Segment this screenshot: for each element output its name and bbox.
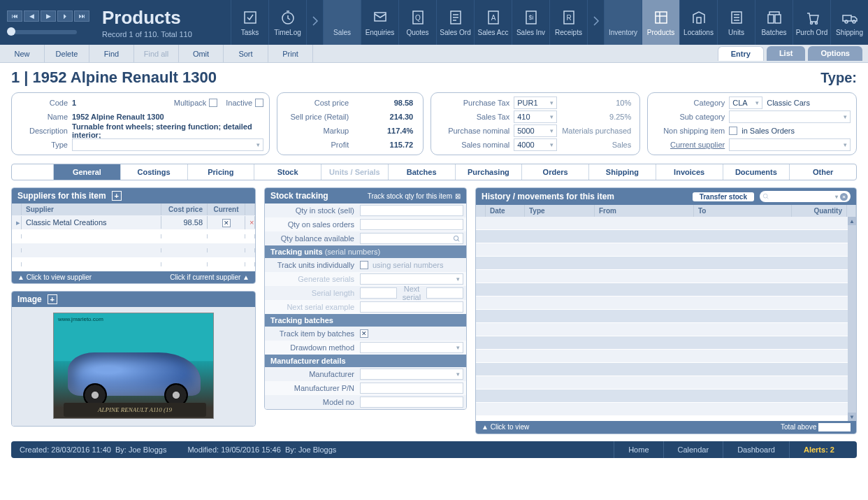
search-icon[interactable]: [453, 235, 461, 243]
subtab-costings[interactable]: Costings: [121, 164, 188, 180]
delete-row-icon[interactable]: ×: [245, 216, 255, 229]
tab-list[interactable]: List: [767, 46, 806, 61]
description-value[interactable]: Turnable front wheels; steering function…: [72, 122, 263, 139]
module-sales-ord[interactable]: Sales Ord: [436, 0, 474, 45]
set-current-supplier-link[interactable]: Click if current supplier ▲: [170, 273, 249, 281]
delete-button[interactable]: Delete: [45, 45, 89, 62]
track-stock-link[interactable]: Track stock qty for this item ⊠: [368, 192, 461, 200]
sales-tax-dropdown[interactable]: 410: [514, 110, 557, 123]
name-value[interactable]: 1952 Alpine Renault 1300: [72, 113, 263, 121]
subtab-orders[interactable]: Orders: [522, 164, 589, 180]
nav-next[interactable]: ▶: [41, 10, 56, 22]
module-locations[interactable]: Locations: [679, 0, 717, 45]
history-row: [476, 243, 848, 257]
nonshipping-checkbox[interactable]: [729, 127, 737, 135]
subtab-shipping[interactable]: Shipping: [589, 164, 656, 180]
generate-serials-dropdown[interactable]: [360, 273, 463, 285]
home-link[interactable]: Home: [614, 441, 663, 458]
print-button[interactable]: Print: [268, 45, 313, 62]
multipack-checkbox[interactable]: [209, 99, 217, 107]
track-units-checkbox[interactable]: [360, 261, 368, 269]
new-button[interactable]: New: [0, 45, 45, 62]
nav-prev[interactable]: ◀: [24, 10, 39, 22]
module-shipping[interactable]: Shipping: [830, 0, 868, 45]
nav-fwd[interactable]: ⏵: [57, 10, 73, 22]
omit-button[interactable]: Omit: [179, 45, 224, 62]
module-sales-inv[interactable]: $iSales Inv: [512, 0, 549, 45]
manufacturer-dropdown[interactable]: [360, 369, 463, 380]
subtab-other[interactable]: Other: [790, 164, 856, 180]
image-title: Image: [17, 294, 42, 304]
view-supplier-link[interactable]: ▲ Click to view supplier: [17, 273, 92, 281]
supplier-current-checkbox[interactable]: [222, 219, 231, 227]
module-products[interactable]: Products: [642, 0, 679, 45]
markup[interactable]: 117.4%: [353, 127, 417, 135]
record-slider[interactable]: [7, 30, 77, 34]
subtab-units-serials[interactable]: Units / Serials: [321, 164, 389, 180]
module-arrow[interactable]: [587, 0, 604, 45]
module-timelog[interactable]: TimeLog: [268, 0, 306, 45]
category-dropdown[interactable]: CLA: [729, 97, 762, 109]
add-image-button[interactable]: +: [48, 294, 57, 304]
nav-first[interactable]: ⏮: [7, 10, 22, 22]
subtab-documents[interactable]: Documents: [723, 164, 790, 180]
find-all-button[interactable]: Find all: [134, 45, 179, 62]
alerts-link[interactable]: Alerts: 2: [789, 441, 848, 458]
calendar-link[interactable]: Calendar: [663, 441, 723, 458]
qty-stock-input[interactable]: [360, 205, 463, 216]
clear-search-icon[interactable]: ×: [840, 193, 848, 201]
module-sales-acc[interactable]: ASales Acc: [474, 0, 512, 45]
tab-options[interactable]: Options: [808, 46, 862, 61]
module-sales[interactable]: Sales: [323, 0, 361, 45]
history-row: [476, 376, 848, 390]
module-batches[interactable]: Batches: [755, 0, 793, 45]
module-arrow[interactable]: [306, 0, 323, 45]
history-search[interactable]: ▾×: [760, 191, 851, 202]
nav-last[interactable]: ⏭: [74, 10, 89, 22]
subtab-general[interactable]: General: [54, 164, 121, 180]
track-batches-checkbox[interactable]: [360, 329, 368, 338]
add-supplier-button[interactable]: +: [112, 191, 122, 201]
svg-text:A: A: [491, 14, 496, 22]
supplier-row[interactable]: ▸Classic Metal Creations98.58×: [12, 215, 255, 229]
inactive-checkbox[interactable]: [255, 99, 263, 107]
current-supplier-link[interactable]: Current supplier: [653, 141, 729, 149]
qty-so-input[interactable]: [360, 219, 463, 230]
dashboard-link[interactable]: Dashboard: [723, 441, 789, 458]
qty-balance-input[interactable]: [360, 233, 463, 244]
type-dropdown[interactable]: [72, 138, 263, 151]
subcategory-dropdown[interactable]: [729, 110, 851, 123]
sales-nominal-dropdown[interactable]: 4000: [514, 138, 557, 151]
module-enquiries[interactable]: Enquiries: [361, 0, 398, 45]
subtab-pricing[interactable]: Pricing: [188, 164, 255, 180]
cost-price[interactable]: 98.58: [353, 99, 417, 107]
history-scrollbar[interactable]: ▲▼: [848, 217, 856, 421]
subtab-invoices[interactable]: Invoices: [656, 164, 723, 180]
current-supplier-dropdown[interactable]: [729, 138, 851, 151]
subtab-batches[interactable]: Batches: [389, 164, 456, 180]
subtab-stock[interactable]: Stock: [254, 164, 321, 180]
module-units[interactable]: Units: [717, 0, 755, 45]
next-serial-input[interactable]: [426, 287, 463, 299]
history-view-link[interactable]: ▲ Click to view: [482, 423, 529, 431]
module-inventory[interactable]: Inventory: [604, 0, 642, 45]
product-image[interactable]: www.jmarieto.com ALPINE RENAULT A110 (19: [53, 313, 214, 419]
subtab-purchasing[interactable]: Purchasing: [456, 164, 523, 180]
manufacturer-pn-input[interactable]: [360, 383, 463, 394]
code-value[interactable]: 1: [72, 99, 166, 107]
find-button[interactable]: Find: [89, 45, 134, 62]
svg-rect-16: [775, 15, 781, 23]
serial-length-input[interactable]: [360, 287, 397, 299]
sell-price[interactable]: 214.30: [353, 113, 417, 121]
transfer-stock-button[interactable]: Transfer stock: [693, 192, 754, 201]
module-receipts[interactable]: RReceipts: [549, 0, 587, 45]
model-no-input[interactable]: [360, 397, 463, 408]
purchase-nominal-dropdown[interactable]: 5000: [514, 124, 557, 137]
module-quotes[interactable]: QQuotes: [398, 0, 436, 45]
sort-button[interactable]: Sort: [224, 45, 268, 62]
module-tasks[interactable]: Tasks: [231, 0, 268, 45]
drawdown-dropdown[interactable]: [360, 342, 463, 353]
tab-entry[interactable]: Entry: [718, 46, 764, 61]
module-purch-ord[interactable]: Purch Ord: [793, 0, 830, 45]
purchase-tax-dropdown[interactable]: PUR1: [514, 97, 557, 109]
